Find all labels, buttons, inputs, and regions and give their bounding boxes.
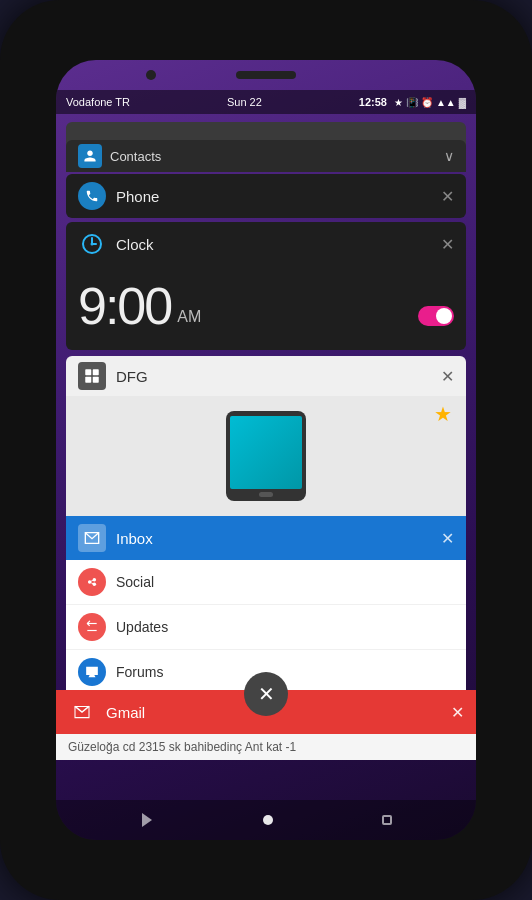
status-bar: Vodafone TR Sun 22 12:58 ★ 📳 ⏰ ▲▲ ▓	[56, 90, 476, 114]
svg-rect-7	[93, 377, 99, 383]
inbox-close-icon[interactable]: ✕	[441, 529, 454, 548]
clock-card-header[interactable]: Clock ✕	[66, 222, 466, 266]
contacts-icon	[78, 144, 102, 168]
fab-close-button[interactable]: ✕	[244, 672, 288, 716]
svg-rect-5	[93, 369, 99, 375]
inbox-updates-item[interactable]: Updates	[66, 605, 466, 650]
clock-card-label: Clock	[116, 236, 441, 253]
dfg-close-icon[interactable]: ✕	[441, 367, 454, 386]
updates-label: Updates	[116, 619, 168, 635]
inbox-card-label: Inbox	[116, 530, 441, 547]
svg-point-9	[93, 578, 97, 582]
cards-area: Contacts ∨ Phone ✕	[56, 114, 476, 695]
forums-icon	[78, 658, 106, 686]
speaker	[236, 71, 296, 79]
back-button[interactable]	[142, 813, 152, 827]
clock-icon	[78, 230, 106, 258]
svg-point-10	[93, 583, 97, 587]
gmail-close-icon[interactable]: ✕	[451, 703, 464, 722]
svg-line-12	[91, 583, 93, 584]
inbox-social-item[interactable]: Social	[66, 560, 466, 605]
dfg-phone-mini	[226, 411, 306, 501]
clock-alarm-toggle[interactable]	[418, 306, 454, 326]
dfg-mini-button	[259, 492, 273, 497]
inbox-card-header[interactable]: Inbox ✕	[66, 516, 466, 560]
svg-rect-4	[85, 369, 91, 375]
time-label: 12:58	[359, 96, 387, 108]
phone-top-bar	[56, 60, 476, 90]
clock-toggle-dot	[436, 308, 452, 324]
dfg-card-header[interactable]: DFG ✕	[66, 356, 466, 396]
dfg-card-label: DFG	[116, 368, 441, 385]
contacts-chevron-icon: ∨	[444, 148, 454, 164]
phone-card[interactable]: Phone ✕	[66, 174, 466, 218]
fab-close-icon: ✕	[258, 682, 275, 706]
signal-icon: ▲▲	[436, 97, 456, 108]
dfg-card-container: DFG ✕ ★	[66, 356, 466, 516]
status-icons: 12:58 ★ 📳 ⏰ ▲▲ ▓	[359, 96, 466, 108]
forums-label: Forums	[116, 664, 163, 680]
alarm-icon: ⏰	[421, 97, 433, 108]
star-icon: ★	[394, 97, 403, 108]
dfg-mini-screen	[230, 416, 302, 489]
inbox-icon	[78, 524, 106, 552]
clock-ampm: AM	[177, 308, 201, 326]
clock-expanded: 9:00 AM	[66, 266, 466, 350]
svg-rect-6	[85, 377, 91, 383]
bottom-nav	[56, 800, 476, 840]
main-content: Contacts ∨ Phone ✕	[56, 114, 476, 800]
dfg-preview: ★	[66, 396, 466, 516]
camera	[146, 70, 156, 80]
svg-point-8	[88, 580, 92, 584]
clock-close-icon[interactable]: ✕	[441, 235, 454, 254]
home-button[interactable]	[263, 815, 273, 825]
dfg-star-icon: ★	[434, 402, 452, 426]
phone-icon	[78, 182, 106, 210]
battery-icon: ▓	[459, 97, 466, 108]
phone-card-label: Phone	[116, 188, 441, 205]
carrier-label: Vodafone TR	[66, 96, 130, 108]
clock-time: 9:00	[78, 280, 171, 332]
recents-button[interactable]	[382, 815, 392, 825]
phone-screen: Vodafone TR Sun 22 12:58 ★ 📳 ⏰ ▲▲ ▓	[56, 60, 476, 840]
social-label: Social	[116, 574, 154, 590]
social-icon	[78, 568, 106, 596]
clock-time-row: 9:00 AM	[78, 280, 454, 332]
gmail-icon	[68, 698, 96, 726]
contacts-card[interactable]: Contacts ∨	[66, 140, 466, 172]
updates-icon	[78, 613, 106, 641]
svg-line-11	[91, 580, 93, 581]
vibrate-icon: 📳	[406, 97, 418, 108]
gmail-preview: Güzeloğa cd 2315 sk bahibedinç Ant kat -…	[56, 734, 476, 760]
contacts-label: Contacts	[110, 149, 444, 164]
date-label: Sun 22	[227, 96, 262, 108]
phone-frame: Vodafone TR Sun 22 12:58 ★ 📳 ⏰ ▲▲ ▓	[0, 0, 532, 900]
phone-close-icon[interactable]: ✕	[441, 187, 454, 206]
dfg-icon	[78, 362, 106, 390]
